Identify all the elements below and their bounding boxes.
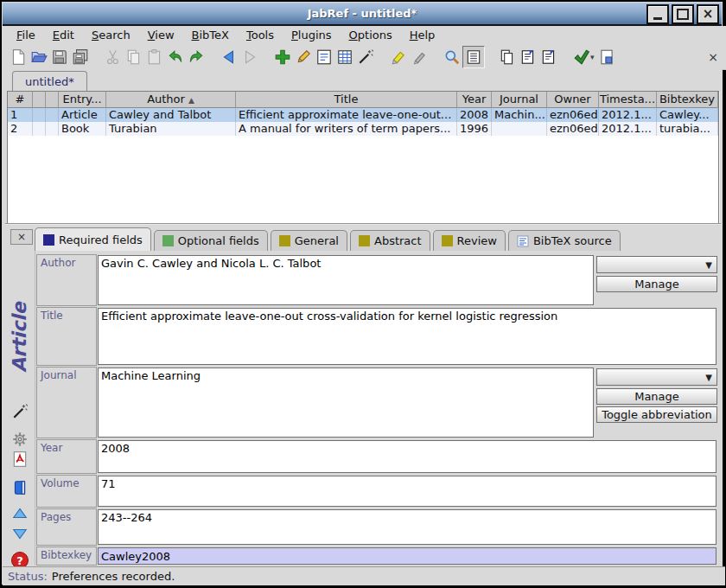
unmark-entries-icon[interactable] [409,47,430,67]
toggle-abbreviation-button[interactable]: Toggle abbreviation [596,406,717,423]
close-button[interactable]: × [697,4,719,24]
titlebar[interactable]: JabRef - untitled* × [3,3,722,26]
gear-icon[interactable] [11,431,29,448]
tab-general[interactable]: General [271,230,347,251]
journal-label: Journal [36,367,97,438]
menu-file[interactable]: File [8,28,44,42]
import-into-new-database-icon[interactable] [518,47,538,67]
volume-label: Volume [36,475,97,508]
tab-label: Optional fields [178,234,259,247]
undo-icon[interactable] [165,47,186,67]
cut-icon[interactable] [103,47,124,67]
col-header-bibtexkey[interactable]: Bibtexkey [657,92,718,108]
journal-field[interactable]: Machine Learning [98,368,594,438]
tab-optional-fields[interactable]: Optional fields [154,230,268,251]
next-entry-icon[interactable] [11,525,29,542]
write-xmp-icon[interactable] [596,47,617,67]
cell-flag1 [33,108,46,122]
table-row[interactable]: 1 Article Cawley and Talbot Efficient ap… [8,108,718,122]
col-header-author[interactable]: Author▲ [106,92,236,108]
col-header-year[interactable]: Year [457,92,492,108]
cell-timestamp: 2012.1... [599,122,657,136]
database-tab-untitled[interactable]: untitled* [12,71,87,91]
cell-author: Turabian [106,122,236,136]
col-header-flag1[interactable] [33,92,46,108]
tab-label: Required fields [59,233,143,246]
open-database-icon[interactable] [29,47,49,67]
copy-icon[interactable] [124,47,144,67]
table-row[interactable]: 2 Book Turabian A manual for writers of … [8,122,718,136]
optional-fields-icon [162,235,174,246]
cell-entrytype: Article [59,108,106,122]
col-header-flag2[interactable] [46,92,59,108]
back-icon[interactable] [219,47,239,67]
col-header-num[interactable]: # [8,92,33,108]
pdf-viewer-icon[interactable] [11,451,29,468]
menu-tools[interactable]: Tools [238,28,283,42]
cell-year: 2008 [457,108,492,122]
maximize-icon [677,9,689,20]
cleanup-wand-icon[interactable] [11,403,29,420]
author-word-combo[interactable]: ▼ [596,256,717,273]
push-to-application-dropdown-icon[interactable]: ▾ [590,53,595,61]
toggle-search-panel-icon[interactable] [462,46,485,68]
push-to-application-icon[interactable] [571,47,592,67]
year-label: Year [36,439,97,474]
maximize-button[interactable] [672,4,694,24]
menu-help[interactable]: Help [401,28,444,42]
col-header-entrytype[interactable]: Entry... [59,92,106,108]
database-tab-bar: untitled* [3,69,722,91]
entry-editor: × Required fields Optional fields Genera… [5,223,721,567]
cleanup-entries-icon[interactable] [355,47,376,67]
previous-entry-icon[interactable] [11,505,29,522]
tab-abstract[interactable]: Abstract [350,230,430,251]
edit-entry-icon[interactable] [293,47,314,67]
cell-num: 1 [8,108,33,122]
edit-preamble-icon[interactable] [334,47,355,67]
author-field[interactable]: Gavin C. Cawley and Nicola L. C. Talbot [98,255,594,305]
search-icon[interactable] [442,47,462,67]
new-database-icon[interactable] [8,47,29,67]
journal-word-combo[interactable]: ▼ [596,368,717,386]
minimize-button[interactable] [646,4,669,24]
journal-manage-button[interactable]: Manage [596,388,717,405]
tab-review[interactable]: Review [433,230,506,251]
menu-bibtex[interactable]: BibTeX [183,28,238,42]
menu-search[interactable]: Search [83,28,139,42]
title-label: Title [36,307,97,366]
menu-view[interactable]: View [139,28,183,42]
col-header-timestamp[interactable]: Timesta... [599,92,657,108]
duplicate-entry-icon[interactable] [497,47,518,67]
forward-icon[interactable] [239,47,260,67]
external-file-icon[interactable] [11,479,29,496]
save-database-icon[interactable] [49,47,70,67]
tab-required-fields[interactable]: Required fields [35,227,151,251]
menu-bar: File Edit Search View BibTeX Tools Plugi… [3,26,726,44]
col-header-owner[interactable]: Owner [547,92,599,108]
redo-icon[interactable] [186,47,207,67]
author-manage-button[interactable]: Manage [596,276,717,292]
title-field[interactable]: Efficient approximate leave-one-out cros… [98,308,716,365]
toolbar: ▾ × [3,44,726,70]
edit-strings-icon[interactable] [314,47,334,67]
mark-entries-icon[interactable] [388,47,409,67]
menu-options[interactable]: Options [341,28,401,42]
sidepane-close-icon[interactable]: × [708,51,718,63]
sort-ascending-icon: ▲ [188,96,194,105]
col-header-journal[interactable]: Journal [492,92,547,108]
pages-field[interactable]: 243--264 [98,509,716,545]
editor-close-button[interactable]: × [10,229,33,245]
paste-icon[interactable] [144,47,165,67]
new-entry-icon[interactable] [272,47,293,67]
year-field[interactable]: 2008 [98,440,716,473]
save-all-databases-icon[interactable] [70,47,91,67]
tab-bibtex-source[interactable]: BibTeX source [508,230,621,251]
import-into-current-database-icon[interactable] [538,47,559,67]
col-header-title[interactable]: Title [236,92,457,108]
menu-edit[interactable]: Edit [44,28,83,42]
volume-field[interactable]: 71 [98,476,716,507]
menu-plugins[interactable]: Plugins [283,28,341,42]
author-label: Author [36,254,97,306]
tab-label: Review [457,234,497,247]
bibtexkey-field[interactable] [98,547,716,565]
